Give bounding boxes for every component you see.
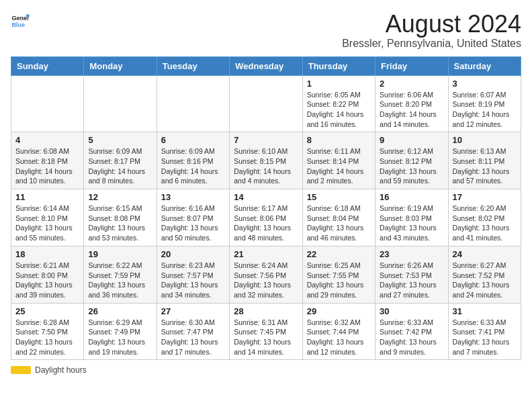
- header-day-thursday: Thursday: [302, 56, 375, 75]
- day-number: 15: [307, 192, 371, 202]
- day-number: 1: [307, 79, 371, 89]
- header-day-tuesday: Tuesday: [157, 56, 229, 75]
- footer-note: Daylight hours: [11, 365, 521, 375]
- day-number: 13: [161, 192, 225, 202]
- calendar-cell: 19Sunrise: 6:22 AMSunset: 7:59 PMDayligh…: [84, 246, 157, 303]
- page-header: General Blue August 2024 Bressler, Penns…: [11, 11, 521, 50]
- day-info: Sunrise: 6:30 AMSunset: 7:47 PMDaylight:…: [161, 318, 225, 357]
- day-number: 28: [234, 306, 298, 316]
- day-info: Sunrise: 6:26 AMSunset: 7:53 PMDaylight:…: [380, 261, 443, 300]
- day-number: 14: [234, 192, 298, 202]
- calendar-cell: 15Sunrise: 6:18 AMSunset: 8:04 PMDayligh…: [302, 189, 375, 246]
- header-day-saturday: Saturday: [448, 56, 521, 75]
- calendar-cell: [230, 75, 302, 132]
- week-row-4: 18Sunrise: 6:21 AMSunset: 8:00 PMDayligh…: [11, 246, 521, 303]
- calendar-cell: 13Sunrise: 6:16 AMSunset: 8:07 PMDayligh…: [157, 189, 229, 246]
- week-row-2: 4Sunrise: 6:08 AMSunset: 8:18 PMDaylight…: [11, 132, 521, 189]
- day-info: Sunrise: 6:18 AMSunset: 8:04 PMDaylight:…: [307, 203, 371, 243]
- calendar-cell: 9Sunrise: 6:12 AMSunset: 8:12 PMDaylight…: [375, 132, 448, 189]
- calendar-cell: 6Sunrise: 6:09 AMSunset: 8:16 PMDaylight…: [157, 132, 229, 189]
- day-info: Sunrise: 6:29 AMSunset: 7:49 PMDaylight:…: [88, 318, 152, 357]
- calendar-cell: 5Sunrise: 6:09 AMSunset: 8:17 PMDaylight…: [84, 132, 157, 189]
- day-info: Sunrise: 6:10 AMSunset: 8:15 PMDaylight:…: [234, 146, 298, 186]
- calendar-cell: 29Sunrise: 6:32 AMSunset: 7:44 PMDayligh…: [302, 303, 375, 360]
- logo: General Blue: [11, 11, 30, 30]
- day-number: 27: [161, 306, 225, 316]
- day-number: 10: [453, 135, 517, 145]
- day-info: Sunrise: 6:13 AMSunset: 8:11 PMDaylight:…: [453, 146, 517, 186]
- day-number: 12: [88, 192, 152, 202]
- week-row-5: 25Sunrise: 6:28 AMSunset: 7:50 PMDayligh…: [11, 303, 521, 360]
- day-info: Sunrise: 6:08 AMSunset: 8:18 PMDaylight:…: [15, 146, 79, 186]
- svg-text:Blue: Blue: [11, 21, 25, 28]
- day-number: 16: [380, 192, 443, 202]
- calendar-cell: 26Sunrise: 6:29 AMSunset: 7:49 PMDayligh…: [84, 303, 157, 360]
- main-title: August 2024: [342, 11, 521, 38]
- calendar-cell: 22Sunrise: 6:25 AMSunset: 7:55 PMDayligh…: [302, 246, 375, 303]
- calendar-cell: 24Sunrise: 6:27 AMSunset: 7:52 PMDayligh…: [448, 246, 521, 303]
- calendar-header-row: SundayMondayTuesdayWednesdayThursdayFrid…: [11, 56, 521, 75]
- day-info: Sunrise: 6:07 AMSunset: 8:19 PMDaylight:…: [453, 90, 517, 130]
- day-info: Sunrise: 6:19 AMSunset: 8:03 PMDaylight:…: [380, 203, 443, 243]
- calendar-cell: 2Sunrise: 6:06 AMSunset: 8:20 PMDaylight…: [375, 75, 448, 132]
- day-info: Sunrise: 6:20 AMSunset: 8:02 PMDaylight:…: [453, 203, 517, 243]
- calendar-cell: [84, 75, 157, 132]
- day-number: 22: [307, 249, 371, 259]
- day-info: Sunrise: 6:23 AMSunset: 7:57 PMDaylight:…: [161, 261, 225, 300]
- calendar-cell: 11Sunrise: 6:14 AMSunset: 8:10 PMDayligh…: [11, 189, 84, 246]
- calendar-cell: [11, 75, 84, 132]
- day-info: Sunrise: 6:27 AMSunset: 7:52 PMDaylight:…: [453, 261, 517, 300]
- day-number: 29: [307, 306, 371, 316]
- day-number: 6: [161, 135, 225, 145]
- day-info: Sunrise: 6:12 AMSunset: 8:12 PMDaylight:…: [380, 146, 443, 186]
- calendar-cell: 8Sunrise: 6:11 AMSunset: 8:14 PMDaylight…: [302, 132, 375, 189]
- day-info: Sunrise: 6:21 AMSunset: 8:00 PMDaylight:…: [15, 261, 79, 300]
- day-info: Sunrise: 6:25 AMSunset: 7:55 PMDaylight:…: [307, 261, 371, 300]
- day-info: Sunrise: 6:09 AMSunset: 8:16 PMDaylight:…: [161, 146, 225, 186]
- calendar-cell: 23Sunrise: 6:26 AMSunset: 7:53 PMDayligh…: [375, 246, 448, 303]
- day-info: Sunrise: 6:17 AMSunset: 8:06 PMDaylight:…: [234, 203, 298, 243]
- day-number: 7: [234, 135, 298, 145]
- day-number: 24: [453, 249, 517, 259]
- day-info: Sunrise: 6:33 AMSunset: 7:41 PMDaylight:…: [453, 318, 517, 357]
- day-number: 17: [453, 192, 517, 202]
- week-row-3: 11Sunrise: 6:14 AMSunset: 8:10 PMDayligh…: [11, 189, 521, 246]
- calendar-cell: 14Sunrise: 6:17 AMSunset: 8:06 PMDayligh…: [230, 189, 302, 246]
- header-day-friday: Friday: [375, 56, 448, 75]
- logo-icon: General Blue: [11, 11, 30, 30]
- header-day-wednesday: Wednesday: [230, 56, 302, 75]
- day-info: Sunrise: 6:31 AMSunset: 7:45 PMDaylight:…: [234, 318, 298, 357]
- day-number: 4: [15, 135, 79, 145]
- day-info: Sunrise: 6:14 AMSunset: 8:10 PMDaylight:…: [15, 203, 79, 243]
- day-info: Sunrise: 6:11 AMSunset: 8:14 PMDaylight:…: [307, 146, 371, 186]
- day-number: 3: [453, 79, 517, 89]
- calendar-cell: 30Sunrise: 6:33 AMSunset: 7:42 PMDayligh…: [375, 303, 448, 360]
- day-number: 9: [380, 135, 443, 145]
- calendar-cell: 4Sunrise: 6:08 AMSunset: 8:18 PMDaylight…: [11, 132, 84, 189]
- calendar-cell: 3Sunrise: 6:07 AMSunset: 8:19 PMDaylight…: [448, 75, 521, 132]
- title-section: August 2024 Bressler, Pennsylvania, Unit…: [342, 11, 521, 50]
- day-number: 11: [15, 192, 79, 202]
- calendar-cell: 10Sunrise: 6:13 AMSunset: 8:11 PMDayligh…: [448, 132, 521, 189]
- calendar-cell: 31Sunrise: 6:33 AMSunset: 7:41 PMDayligh…: [448, 303, 521, 360]
- day-number: 30: [380, 306, 443, 316]
- calendar-cell: 1Sunrise: 6:05 AMSunset: 8:22 PMDaylight…: [302, 75, 375, 132]
- calendar-cell: 21Sunrise: 6:24 AMSunset: 7:56 PMDayligh…: [230, 246, 302, 303]
- day-info: Sunrise: 6:09 AMSunset: 8:17 PMDaylight:…: [88, 146, 152, 186]
- calendar-cell: 20Sunrise: 6:23 AMSunset: 7:57 PMDayligh…: [157, 246, 229, 303]
- day-info: Sunrise: 6:05 AMSunset: 8:22 PMDaylight:…: [307, 90, 371, 130]
- day-number: 5: [88, 135, 152, 145]
- calendar-cell: 18Sunrise: 6:21 AMSunset: 8:00 PMDayligh…: [11, 246, 84, 303]
- header-day-sunday: Sunday: [11, 56, 84, 75]
- header-day-monday: Monday: [84, 56, 157, 75]
- calendar-cell: [157, 75, 229, 132]
- day-info: Sunrise: 6:15 AMSunset: 8:08 PMDaylight:…: [88, 203, 152, 243]
- day-info: Sunrise: 6:16 AMSunset: 8:07 PMDaylight:…: [161, 203, 225, 243]
- day-info: Sunrise: 6:32 AMSunset: 7:44 PMDaylight:…: [307, 318, 371, 357]
- daylight-label: Daylight hours: [35, 365, 87, 375]
- day-info: Sunrise: 6:24 AMSunset: 7:56 PMDaylight:…: [234, 261, 298, 300]
- calendar-cell: 7Sunrise: 6:10 AMSunset: 8:15 PMDaylight…: [230, 132, 302, 189]
- calendar-cell: 12Sunrise: 6:15 AMSunset: 8:08 PMDayligh…: [84, 189, 157, 246]
- day-number: 8: [307, 135, 371, 145]
- day-info: Sunrise: 6:28 AMSunset: 7:50 PMDaylight:…: [15, 318, 79, 357]
